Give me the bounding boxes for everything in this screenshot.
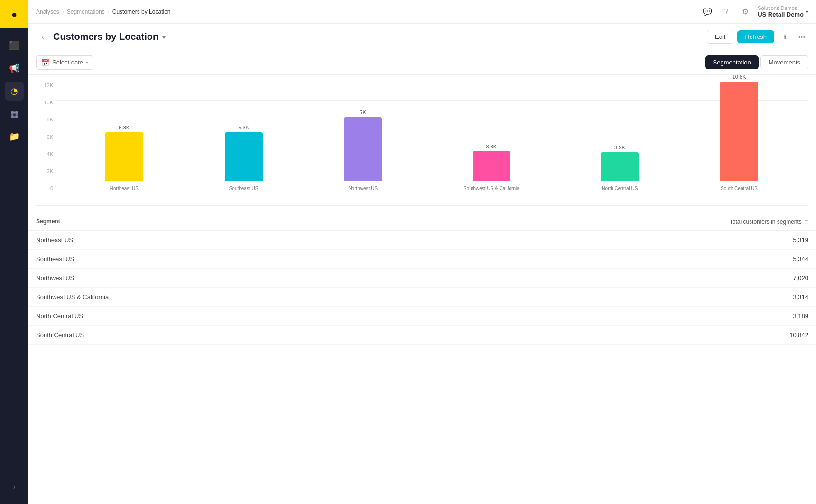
toolbar: 📅 Select date ▾ Segmentation Movements (28, 50, 816, 75)
bar-2[interactable] (344, 117, 382, 181)
tab-segmentation[interactable]: Segmentation (705, 55, 759, 69)
date-dropdown-icon: ▾ (86, 60, 88, 65)
dashboard-icon: ⬛ (9, 40, 19, 51)
row-value-1: 5,344 (793, 256, 808, 263)
total-header-icon: ≡ (805, 218, 808, 226)
breadcrumb-sep-1: › (62, 9, 64, 15)
table-row: South Central US 10,842 (28, 326, 816, 345)
sidebar-toggle-button[interactable]: › (5, 477, 24, 496)
sidebar-item-files[interactable]: 📁 (5, 127, 24, 146)
sidebar: ● ⬛ 📢 ◔ ▦ 📁 › (0, 0, 28, 504)
tenant-dropdown-icon[interactable]: ▾ (806, 9, 808, 15)
date-select-label: Select date (52, 59, 83, 66)
main-content: Analyses › Segmentations › Customers by … (28, 0, 816, 504)
tab-movements[interactable]: Movements (760, 55, 808, 69)
bar-label-top-4: 3.2K (614, 145, 625, 150)
bar-group-north-central-us: 3.2K North Central US (601, 145, 639, 191)
help-icon[interactable]: ? (720, 5, 733, 18)
y-label-0: 0 (36, 185, 53, 191)
sidebar-item-dashboard[interactable]: ⬛ (5, 36, 24, 55)
y-label-4: 8K (36, 117, 53, 122)
sidebar-item-analytics[interactable]: ◔ (5, 82, 24, 101)
sidebar-item-data[interactable]: ▦ (5, 104, 24, 123)
row-value-5: 10,842 (789, 331, 808, 339)
table-row: Southeast US 5,344 (28, 250, 816, 269)
breadcrumb-segmentations[interactable]: Segmentations (67, 9, 105, 15)
bar-3[interactable] (473, 151, 510, 181)
bar-group-southeast-us: 5.3K Southeast US (225, 125, 263, 191)
table-row: North Central US 3,189 (28, 307, 816, 326)
bar-group-northwest-us: 7K Northwest US (344, 110, 382, 191)
y-axis-labels: 0 2K 4K 6K 8K 10K 12K (36, 82, 53, 191)
bar-label-top-3: 3.3K (486, 144, 497, 149)
bar-label-top-0: 5.3K (119, 125, 130, 130)
row-label-2: Northwest US (36, 275, 74, 282)
row-value-3: 3,314 (793, 293, 808, 301)
bar-group-south-central-us: 10.8K South Central US (720, 74, 758, 191)
page-title-chevron-icon[interactable]: ▾ (162, 33, 166, 41)
logo[interactable]: ● (0, 0, 28, 28)
bar-group-southwest-us: 3.3K Southwest US & California (464, 144, 519, 191)
tenant-label: Solutions Demos (758, 5, 804, 11)
row-label-1: Southeast US (36, 256, 74, 263)
table-row: Northeast US 5,319 (28, 231, 816, 250)
bar-4[interactable] (601, 152, 639, 181)
sidebar-item-campaigns[interactable]: 📢 (5, 59, 24, 78)
files-icon: 📁 (9, 131, 19, 142)
breadcrumb-analyses[interactable]: Analyses (36, 9, 59, 15)
table-header: Segment Total customers in segments ≡ (28, 213, 816, 231)
bar-label-bottom-3: Southwest US & California (464, 186, 519, 191)
total-column-header: Total customers in segments ≡ (730, 218, 808, 226)
refresh-button[interactable]: Refresh (737, 30, 774, 43)
y-label-2: 4K (36, 151, 53, 157)
data-icon: ▦ (10, 109, 19, 119)
bar-0[interactable] (105, 132, 143, 181)
row-label-5: South Central US (36, 331, 84, 339)
date-select-button[interactable]: 📅 Select date ▾ (36, 55, 93, 70)
more-options-icon[interactable]: ••• (795, 30, 808, 44)
y-label-1: 2K (36, 168, 53, 174)
back-button[interactable]: ‹ (36, 30, 49, 44)
chart-area: 0 2K 4K 6K 8K 10K 12K (28, 75, 816, 213)
row-value-0: 5,319 (793, 237, 808, 244)
topbar-right: 💬 ? ⚙ Solutions Demos US Retail Demo ▾ (701, 5, 808, 18)
y-label-6: 12K (36, 82, 53, 88)
row-label-3: Southwest US & California (36, 293, 109, 301)
total-header-label: Total customers in segments (730, 219, 802, 225)
bars-container: 5.3K Northeast US 5.3K Southeast US (55, 82, 808, 191)
segment-column-header: Segment (36, 218, 60, 226)
bar-label-bottom-4: North Central US (602, 186, 638, 191)
row-value-4: 3,189 (793, 312, 808, 320)
sidebar-nav: ⬛ 📢 ◔ ▦ 📁 (0, 36, 28, 146)
campaigns-icon: 📢 (9, 63, 19, 73)
bar-label-bottom-1: Southeast US (229, 186, 259, 191)
row-value-2: 7,020 (793, 275, 808, 282)
tenant-info: Solutions Demos US Retail Demo (758, 5, 804, 18)
analytics-icon: ◔ (10, 86, 18, 96)
table-area: Segment Total customers in segments ≡ No… (28, 213, 816, 504)
table-row: Southwest US & California 3,314 (28, 288, 816, 307)
chat-icon[interactable]: 💬 (701, 5, 714, 18)
tenant-name: US Retail Demo (758, 11, 804, 18)
info-icon[interactable]: ℹ (778, 30, 791, 44)
bar-group-northeast-us: 5.3K Northeast US (105, 125, 143, 191)
bar-label-bottom-5: South Central US (721, 186, 758, 191)
bar-label-top-1: 5.3K (238, 125, 249, 130)
page-title: Customers by Location (53, 31, 158, 42)
sidebar-bottom: › (5, 477, 24, 496)
settings-icon[interactable]: ⚙ (739, 5, 752, 18)
bar-5[interactable] (720, 82, 758, 181)
row-label-4: North Central US (36, 312, 83, 320)
edit-button[interactable]: Edit (707, 30, 733, 44)
page-header: ‹ Customers by Location ▾ Edit Refresh ℹ… (28, 24, 816, 50)
breadcrumb-sep-2: › (108, 9, 110, 15)
bar-1[interactable] (225, 132, 263, 181)
page-header-right: Edit Refresh ℹ ••• (707, 30, 808, 44)
chart-wrapper: 0 2K 4K 6K 8K 10K 12K (36, 82, 808, 206)
breadcrumb-current: Customers by Location (112, 9, 171, 15)
bar-label-top-2: 7K (360, 110, 366, 115)
y-label-3: 6K (36, 134, 53, 140)
y-label-5: 10K (36, 100, 53, 105)
chart-plot: 5.3K Northeast US 5.3K Southeast US (55, 82, 808, 191)
calendar-icon: 📅 (41, 59, 49, 66)
